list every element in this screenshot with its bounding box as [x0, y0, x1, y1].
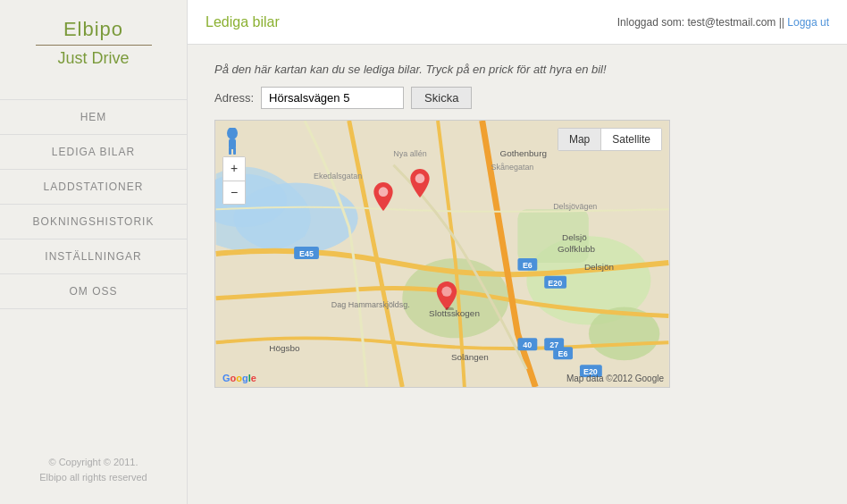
sidebar-item-om-oss[interactable]: OM OSS [0, 274, 187, 309]
sidebar-footer: © Copyright © 2011. Elbipo all rights re… [0, 437, 187, 504]
sidebar-item-bokningshistorik[interactable]: BOKNINGSHISTORIK [0, 205, 187, 239]
logo-bottom: Just Drive [0, 49, 187, 68]
address-row: Adress: Skicka [214, 87, 820, 109]
sidebar-item-installningar[interactable]: INSTÄLLNINGAR [0, 239, 187, 274]
user-info: Inloggad som: test@testmail.com || Logga… [617, 16, 829, 29]
map-marker-1[interactable] [373, 182, 394, 214]
send-button[interactable]: Skicka [411, 87, 472, 109]
svg-text:Delsjön: Delsjön [584, 262, 614, 272]
svg-text:Skånegatan: Skånegatan [491, 163, 534, 172]
footer-rights: Elbipo all rights reserved [9, 470, 178, 486]
svg-text:Golfklubb: Golfklubb [558, 244, 595, 254]
logo-divider [36, 45, 152, 46]
sidebar-logo: Elbipo Just Drive [0, 18, 187, 68]
pegman[interactable] [222, 128, 242, 155]
svg-point-37 [379, 188, 389, 197]
svg-text:Högsbo: Högsbo [269, 343, 300, 353]
page-instruction: På den här kartan kan du se lediga bilar… [214, 63, 820, 76]
zoom-out-button[interactable]: − [223, 181, 245, 205]
svg-text:Ekedalsgatan: Ekedalsgatan [314, 172, 362, 181]
main-content: Lediga bilar Inloggad som: test@testmail… [188, 0, 847, 504]
svg-text:Delsjö: Delsjö [562, 232, 587, 242]
page-title: Lediga bilar [205, 14, 280, 30]
sidebar-nav: HEMLEDIGA BILARLADDSTATIONERBOKNINGSHIST… [0, 99, 187, 309]
svg-text:E45: E45 [299, 249, 314, 258]
user-text: Inloggad som: test@testmail.com || [617, 16, 784, 29]
map-svg: E45 E6 E20 E6 E20 40 [215, 121, 669, 387]
map-copyright: Map data ©2012 Google [566, 374, 664, 383]
svg-text:E6: E6 [558, 349, 568, 358]
topbar: Lediga bilar Inloggad som: test@testmail… [188, 0, 847, 45]
google-logo: Google [222, 373, 256, 383]
svg-text:Nya allén: Nya allén [393, 149, 426, 158]
address-label: Adress: [214, 91, 254, 105]
map-type-buttons: Map Satellite [558, 128, 662, 151]
svg-text:40: 40 [523, 340, 532, 349]
map-container[interactable]: E45 E6 E20 E6 E20 40 [214, 120, 670, 388]
sidebar-item-laddstationer[interactable]: LADDSTATIONER [0, 170, 187, 205]
svg-rect-35 [229, 147, 231, 155]
sidebar: Elbipo Just Drive HEMLEDIGA BILARLADDSTA… [0, 0, 188, 504]
map-type-satellite-button[interactable]: Satellite [601, 129, 661, 150]
svg-text:Gothenburg: Gothenburg [500, 148, 547, 158]
svg-text:Delsjövägen: Delsjövägen [553, 202, 597, 211]
svg-rect-36 [233, 147, 236, 155]
svg-text:E20: E20 [548, 279, 562, 288]
content-area: På den här kartan kan du se lediga bilar… [188, 45, 847, 504]
map-zoom-controls: + − [222, 156, 246, 205]
sidebar-item-lediga-bilar[interactable]: LEDIGA BILAR [0, 135, 187, 170]
zoom-in-button[interactable]: + [223, 157, 245, 181]
svg-point-38 [415, 174, 424, 184]
logo-top: Elbipo [0, 18, 187, 41]
logout-link[interactable]: Logga ut [787, 16, 829, 29]
map-marker-3[interactable] [436, 281, 457, 313]
map-type-map-button[interactable]: Map [558, 129, 601, 150]
svg-point-39 [441, 286, 451, 296]
svg-text:E6: E6 [523, 261, 533, 270]
svg-point-33 [227, 128, 238, 139]
svg-text:27: 27 [549, 340, 558, 349]
map-marker-2[interactable] [409, 169, 431, 200]
address-input[interactable] [261, 87, 404, 109]
svg-text:Solängen: Solängen [451, 352, 489, 362]
svg-text:Dag Hammarskjöldsg.: Dag Hammarskjöldsg. [331, 300, 410, 309]
footer-copyright: © Copyright © 2011. [9, 455, 178, 471]
sidebar-item-hem[interactable]: HEM [0, 100, 187, 135]
